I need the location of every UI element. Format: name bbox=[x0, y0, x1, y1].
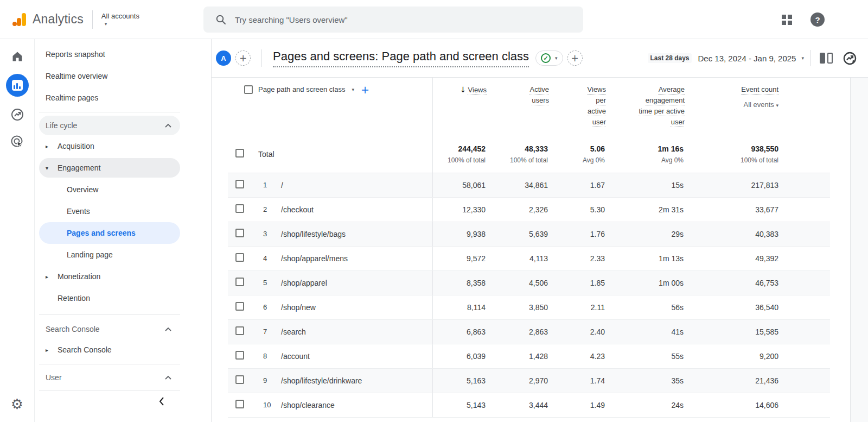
row-rank: 9 bbox=[253, 368, 276, 393]
chevron-up-icon bbox=[165, 327, 171, 331]
row-views-per-active-user: 1.76 bbox=[549, 222, 606, 246]
caret-down-icon[interactable]: ▾ bbox=[352, 84, 354, 95]
compare-icon[interactable] bbox=[820, 53, 833, 64]
section-user[interactable]: User bbox=[39, 368, 180, 387]
row-views: 6,863 bbox=[432, 319, 487, 344]
add-tab-button[interactable]: + bbox=[567, 51, 583, 66]
triangle-down-icon: ▾ bbox=[46, 165, 51, 171]
sidebar-item-overview[interactable]: Overview bbox=[39, 179, 180, 200]
row-page-path: / bbox=[276, 173, 432, 197]
table-row: 7 /search 6,863 2,863 2.40 41s 15,585 bbox=[228, 319, 830, 344]
apps-grid-icon[interactable] bbox=[782, 15, 792, 25]
report-header: A + Pages and screens: Page path and scr… bbox=[212, 39, 868, 78]
admin-gear-icon[interactable]: ⚙ bbox=[11, 396, 23, 412]
account-selector[interactable]: All accounts ▾ bbox=[101, 12, 139, 27]
section-search-console[interactable]: Search Console bbox=[39, 319, 180, 339]
row-views: 12,330 bbox=[432, 197, 487, 222]
divider bbox=[39, 314, 180, 315]
row-checkbox[interactable] bbox=[235, 180, 244, 188]
row-checkbox[interactable] bbox=[235, 326, 244, 335]
scroll-gutter[interactable] bbox=[850, 78, 868, 422]
row-checkbox[interactable] bbox=[235, 204, 244, 213]
caret-down-icon: ▾ bbox=[776, 103, 778, 108]
explore-icon[interactable] bbox=[10, 108, 24, 122]
total-checkbox[interactable] bbox=[235, 149, 244, 158]
table-row: 6 /shop/new 8,114 3,850 2.11 56s 36,540 bbox=[228, 295, 830, 319]
row-avg-engagement: 15s bbox=[606, 173, 685, 197]
total-views: 244,452 bbox=[433, 144, 486, 153]
row-avg-engagement: 1m 13s bbox=[606, 246, 685, 270]
row-rank: 2 bbox=[253, 197, 276, 222]
row-checkbox[interactable] bbox=[235, 302, 244, 311]
row-checkbox[interactable] bbox=[235, 375, 244, 384]
column-header-avg-engagement[interactable]: Average engagement time per active user bbox=[606, 78, 685, 136]
row-active-users: 4,506 bbox=[487, 270, 549, 295]
total-label: Total bbox=[258, 150, 275, 159]
sidebar-item-acquisition[interactable]: ▸ Acquisition bbox=[39, 135, 180, 157]
row-checkbox[interactable] bbox=[235, 278, 244, 286]
row-page-path: /shop/apparel/mens bbox=[276, 246, 432, 270]
home-icon[interactable] bbox=[11, 50, 24, 63]
select-all-checkbox[interactable] bbox=[244, 85, 253, 94]
collapse-sidebar-icon[interactable] bbox=[158, 396, 165, 406]
row-page-path: /shop/clearance bbox=[276, 393, 432, 417]
row-event-count: 49,392 bbox=[685, 246, 784, 270]
reports-nav-icon[interactable] bbox=[6, 74, 29, 97]
date-range-value[interactable]: Dec 13, 2024 - Jan 9, 2025 bbox=[698, 54, 796, 63]
triangle-right-icon: ▸ bbox=[46, 274, 51, 280]
row-views: 5,143 bbox=[432, 393, 487, 417]
analytics-logo-icon[interactable] bbox=[12, 12, 27, 27]
row-avg-engagement: 56s bbox=[606, 295, 685, 319]
total-active-users: 48,333 bbox=[487, 144, 548, 153]
column-header-event-count[interactable]: Event count All events ▾ bbox=[685, 78, 784, 136]
dimension-header[interactable]: Page path and screen class bbox=[258, 84, 345, 95]
search-bar[interactable]: Try searching "Users overview" bbox=[203, 7, 583, 33]
sidebar-item-search-console[interactable]: ▸ Search Console bbox=[39, 339, 180, 361]
page-title: Pages and screens: Page path and screen … bbox=[273, 49, 529, 67]
sidebar-item-reports-snapshot[interactable]: Reports snapshot bbox=[39, 43, 180, 65]
sidebar-item-retention[interactable]: Retention bbox=[39, 287, 180, 309]
chevron-up-icon bbox=[165, 123, 171, 128]
add-report-button[interactable]: + bbox=[235, 51, 251, 66]
column-header-views-per-active-user[interactable]: Views per active user bbox=[549, 78, 606, 136]
row-active-users: 3,444 bbox=[487, 393, 549, 417]
row-views-per-active-user: 1.67 bbox=[549, 173, 606, 197]
caret-down-icon[interactable]: ▾ bbox=[801, 55, 804, 61]
report-status-dropdown[interactable]: ✓ ▾ bbox=[535, 51, 563, 66]
row-checkbox[interactable] bbox=[235, 229, 244, 237]
sidebar-item-monetization[interactable]: ▸ Monetization bbox=[39, 266, 180, 287]
sidebar-item-realtime-pages[interactable]: Realtime pages bbox=[39, 87, 180, 109]
row-rank: 7 bbox=[253, 319, 276, 344]
table-row: 10 /shop/clearance 5,143 3,444 1.49 24s … bbox=[228, 393, 830, 417]
sidebar-item-events[interactable]: Events bbox=[39, 200, 180, 222]
row-event-count: 9,200 bbox=[685, 344, 784, 368]
sidebar-item-realtime-overview[interactable]: Realtime overview bbox=[39, 65, 180, 87]
advertising-icon[interactable] bbox=[10, 135, 24, 149]
column-header-views[interactable]: ↓Views bbox=[432, 78, 487, 136]
table-row: 5 /shop/apparel 8,358 4,506 1.85 1m 00s … bbox=[228, 270, 830, 295]
search-icon bbox=[215, 14, 226, 25]
insights-icon[interactable] bbox=[843, 51, 857, 66]
row-views-per-active-user: 2.40 bbox=[549, 319, 606, 344]
column-header-active-users[interactable]: Active users bbox=[487, 78, 549, 136]
sidebar-item-pages-and-screens[interactable]: Pages and screens bbox=[39, 222, 180, 244]
row-rank: 5 bbox=[253, 270, 276, 295]
row-views: 8,114 bbox=[432, 295, 487, 319]
add-dimension-icon[interactable]: + bbox=[361, 84, 369, 95]
row-event-count: 15,585 bbox=[685, 319, 784, 344]
row-rank: 3 bbox=[253, 222, 276, 246]
row-page-path: /shop/apparel bbox=[276, 270, 432, 295]
search-placeholder: Try searching "Users overview" bbox=[235, 15, 348, 24]
row-checkbox[interactable] bbox=[235, 351, 244, 360]
sidebar-item-landing-page[interactable]: Landing page bbox=[39, 244, 180, 266]
help-icon[interactable]: ? bbox=[810, 12, 825, 27]
row-checkbox[interactable] bbox=[235, 400, 244, 408]
check-circle-icon: ✓ bbox=[541, 53, 551, 63]
event-filter-dropdown[interactable]: All events ▾ bbox=[685, 99, 778, 111]
row-views-per-active-user: 5.30 bbox=[549, 197, 606, 222]
row-checkbox[interactable] bbox=[235, 253, 244, 262]
row-avg-engagement: 55s bbox=[606, 344, 685, 368]
sidebar-item-engagement[interactable]: ▾ Engagement bbox=[39, 158, 180, 178]
row-avg-engagement: 2m 31s bbox=[606, 197, 685, 222]
section-life-cycle[interactable]: Life cycle bbox=[39, 116, 180, 135]
